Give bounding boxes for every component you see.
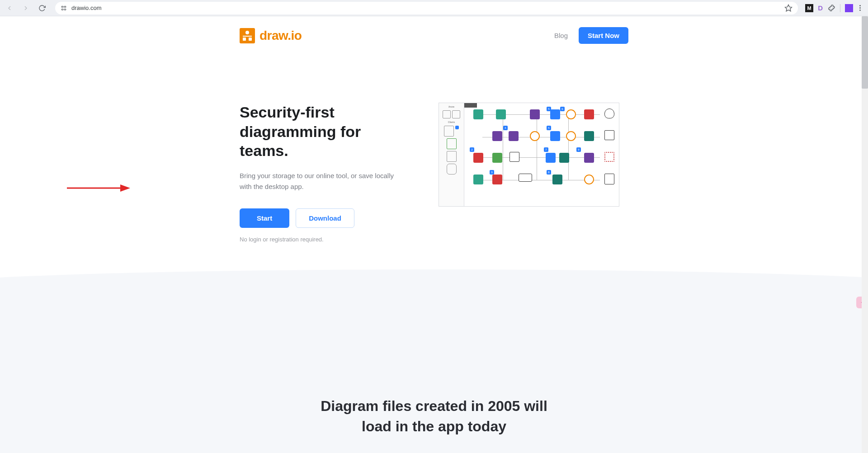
bookmark-icon[interactable] <box>784 4 793 12</box>
address-bar[interactable]: drawio.com <box>55 2 798 14</box>
diagram-preview: Azure Clients <box>439 103 619 207</box>
diagram-tag: 5 <box>547 107 551 111</box>
diagram-tag: 8 <box>547 170 551 175</box>
diagram-node-icon <box>492 153 502 163</box>
site-header: draw.io Blog Start Now <box>231 16 637 44</box>
svg-rect-0 <box>61 6 63 7</box>
section-2: Diagram files created in 2005 will load … <box>0 333 868 437</box>
logo-mark-icon <box>240 28 255 43</box>
diagram-node-icon <box>552 175 562 184</box>
diagram-tag: 9 <box>576 147 581 152</box>
extensions-icon[interactable] <box>827 4 835 12</box>
diagram-node-icon <box>550 131 560 141</box>
scrollbar-thumb[interactable] <box>862 16 868 89</box>
diagram-tag: 4 <box>503 126 508 130</box>
diagram-tag: 6 <box>560 107 565 111</box>
diagram-canvas: 5 4 6 5 2 7 9 3 8 <box>464 103 619 206</box>
hero-text: Security-first diagramming for teams. Br… <box>240 103 411 243</box>
diagram-node-icon <box>473 109 483 119</box>
diagram-node-icon <box>492 131 502 141</box>
separator <box>840 4 840 12</box>
vertical-scrollbar[interactable] <box>862 16 868 453</box>
diagram-shape-icon <box>509 152 519 162</box>
browser-toolbar: drawio.com M D <box>0 0 868 16</box>
diagram-node-icon <box>492 175 502 184</box>
diagram-node-icon <box>496 109 506 119</box>
diagram-node-icon <box>584 109 594 119</box>
toolbar-right: M D <box>805 4 864 12</box>
url-text: drawio.com <box>71 5 101 11</box>
diagram-tag: 7 <box>544 147 548 152</box>
diagram-shape-icon <box>604 130 614 140</box>
svg-rect-1 <box>64 6 66 7</box>
diagram-shape-icon <box>519 174 532 182</box>
diagram-shape-icon <box>604 109 614 118</box>
diagram-node-icon <box>550 109 560 119</box>
logo-text: draw.io <box>259 28 302 43</box>
diagram-node-icon <box>566 109 576 119</box>
annotation-arrow-icon <box>67 184 130 193</box>
back-button[interactable] <box>4 2 15 14</box>
download-button[interactable]: Download <box>296 208 354 228</box>
diagram-node-icon <box>473 175 483 184</box>
logo[interactable]: draw.io <box>240 28 302 43</box>
hero-section: Security-first diagramming for teams. Br… <box>231 44 637 243</box>
profile-avatar[interactable] <box>845 4 853 12</box>
diagram-shape-icon <box>604 174 614 184</box>
svg-marker-6 <box>120 184 130 192</box>
svg-rect-2 <box>61 9 63 9</box>
sidebar-section-label: Azure <box>448 105 454 109</box>
sidebar-section-label: Clients <box>448 120 455 124</box>
svg-marker-4 <box>785 5 792 11</box>
reload-button[interactable] <box>36 2 48 14</box>
site-settings-icon[interactable] <box>61 5 68 12</box>
diagram-node-icon <box>584 131 594 141</box>
diagram-tag: 3 <box>490 170 494 175</box>
diagram-node-icon <box>584 153 594 163</box>
diagram-node-icon <box>509 131 519 141</box>
diagram-node-icon <box>566 131 576 141</box>
section-2-heading: Diagram files created in 2005 will load … <box>0 396 868 437</box>
diagram-node-icon <box>530 109 540 119</box>
diagram-tag: 2 <box>470 147 474 152</box>
svg-rect-3 <box>64 9 66 9</box>
diagram-node-icon <box>530 131 540 141</box>
hero-buttons: Start Download <box>240 208 411 228</box>
diagram-sidebar: Azure Clients <box>439 103 464 206</box>
hero-note: No login or registration required. <box>240 236 411 243</box>
diagram-node-icon <box>559 153 569 163</box>
extension-m-icon[interactable]: M <box>805 4 813 12</box>
nav-blog[interactable]: Blog <box>554 32 568 39</box>
diagram-node-icon <box>584 175 594 184</box>
page-content: draw.io Blog Start Now Security-first di… <box>0 16 868 453</box>
forward-button[interactable] <box>20 2 32 14</box>
diagram-tag: 5 <box>547 126 551 130</box>
diagram-node-icon <box>473 153 483 163</box>
diagram-shape-icon <box>604 152 614 162</box>
hero-title: Security-first diagramming for teams. <box>240 103 411 160</box>
header-nav: Blog Start Now <box>554 27 628 44</box>
start-button[interactable]: Start <box>240 208 289 228</box>
hero-subtitle: Bring your storage to our online tool, o… <box>240 170 402 192</box>
hero-illustration: Azure Clients <box>439 103 628 207</box>
menu-icon[interactable] <box>858 5 863 11</box>
extension-d-icon[interactable]: D <box>818 4 823 12</box>
diagram-node-icon <box>546 153 556 163</box>
start-now-button[interactable]: Start Now <box>579 27 628 44</box>
